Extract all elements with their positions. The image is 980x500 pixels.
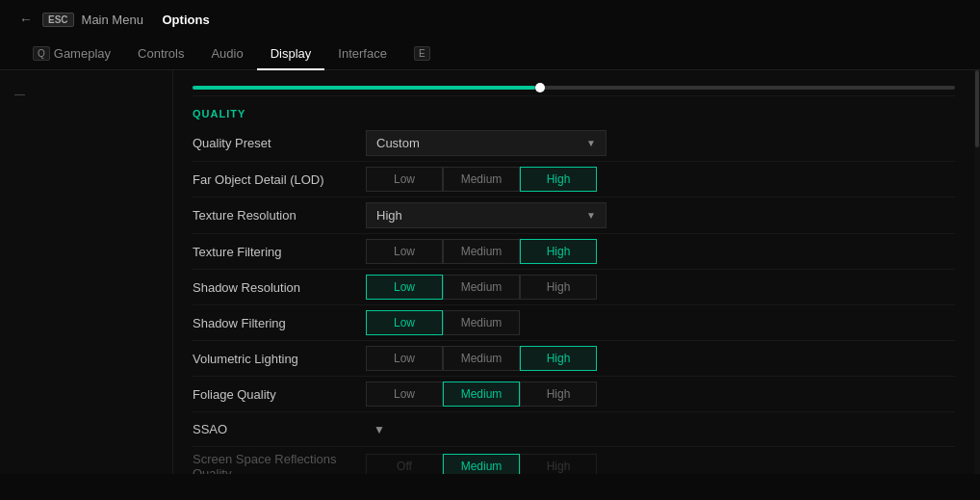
- setting-name-quality-preset: Quality Preset: [193, 136, 366, 150]
- setting-row-shadow-res: Shadow Resolution Low Medium High: [193, 270, 955, 305]
- setting-row-shadow-filtering: Shadow Filtering Low Medium: [193, 305, 955, 341]
- lod-btn-high[interactable]: High: [520, 167, 597, 192]
- setting-control-texture-res: High ▼: [366, 202, 955, 228]
- tf-btn-low[interactable]: Low: [366, 239, 443, 264]
- tab-display-label: Display: [271, 46, 312, 61]
- fq-btn-high[interactable]: High: [520, 382, 597, 407]
- tab-e[interactable]: E: [400, 39, 448, 70]
- ssr-btn-group: Off Medium High: [366, 454, 597, 474]
- dropdown-arrow-icon: ▼: [586, 138, 596, 148]
- tab-key-q: Q: [33, 46, 50, 61]
- sf-btn-medium[interactable]: Medium: [443, 310, 520, 335]
- ssao-chevron-icon[interactable]: ▼: [374, 423, 385, 436]
- setting-name-volumetric: Volumetric Lighting: [193, 352, 366, 366]
- setting-control-lod: Low Medium High: [366, 167, 955, 192]
- sf-btn-low[interactable]: Low: [366, 310, 443, 335]
- top-bar: ← ESC Main Menu Options: [0, 0, 980, 39]
- texture-res-value: High: [376, 208, 402, 223]
- quality-section-label: QUALITY: [193, 100, 955, 125]
- sr-btn-medium[interactable]: Medium: [443, 275, 520, 300]
- foliage-btn-group: Low Medium High: [366, 382, 597, 407]
- left-panel: —: [0, 70, 173, 474]
- setting-row-ssao: SSAO ▼: [193, 412, 955, 447]
- setting-row-quality-preset: Quality Preset Custom ▼: [193, 125, 955, 162]
- setting-name-shadow-filtering: Shadow Filtering: [193, 316, 366, 330]
- tf-btn-medium[interactable]: Medium: [443, 239, 520, 264]
- volumetric-btn-group: Low Medium High: [366, 346, 597, 371]
- vl-btn-low[interactable]: Low: [366, 346, 443, 371]
- content-area: — QUALITY Quality Preset Custom ▼ Fa: [0, 70, 980, 474]
- tab-controls-label: Controls: [138, 46, 184, 61]
- main-menu-link[interactable]: Main Menu: [82, 13, 143, 27]
- slider-thumb[interactable]: [535, 83, 545, 92]
- setting-row-volumetric: Volumetric Lighting Low Medium High: [193, 341, 955, 377]
- tab-gameplay-label: Gameplay: [54, 46, 111, 61]
- left-panel-item: —: [0, 80, 172, 107]
- ssr-btn-medium: Medium: [443, 454, 520, 474]
- quality-preset-dropdown[interactable]: Custom ▼: [366, 130, 606, 156]
- setting-control-ssr: Off Medium High: [366, 454, 955, 474]
- lod-btn-medium[interactable]: Medium: [443, 167, 520, 192]
- setting-name-texture-res: Texture Resolution: [193, 208, 366, 223]
- setting-control-volumetric: Low Medium High: [366, 346, 955, 371]
- setting-name-foliage: Foliage Quality: [193, 387, 366, 402]
- tab-bar: Q Gameplay Controls Audio Display Interf…: [0, 39, 980, 70]
- breadcrumb-separator: [151, 13, 155, 27]
- options-title: Options: [163, 13, 210, 27]
- tab-interface[interactable]: Interface: [324, 39, 400, 70]
- scrollbar-thumb[interactable]: [975, 70, 979, 147]
- dropdown-arrow-icon-2: ▼: [586, 210, 596, 221]
- ssr-btn-high: High: [520, 454, 597, 474]
- back-arrow-icon[interactable]: ←: [19, 12, 33, 27]
- tf-btn-high[interactable]: High: [520, 239, 597, 264]
- fq-btn-low[interactable]: Low: [366, 382, 443, 407]
- setting-name-shadow-res: Shadow Resolution: [193, 280, 366, 295]
- setting-control-texture-filtering: Low Medium High: [366, 239, 955, 264]
- slider-track[interactable]: [193, 86, 955, 90]
- setting-name-texture-filtering: Texture Filtering: [193, 245, 366, 259]
- setting-control-quality-preset: Custom ▼: [366, 130, 955, 156]
- main-settings-panel: QUALITY Quality Preset Custom ▼ Far Obje…: [173, 70, 974, 474]
- setting-row-lod: Far Object Detail (LOD) Low Medium High: [193, 162, 955, 197]
- setting-name-lod: Far Object Detail (LOD): [193, 172, 366, 187]
- esc-badge[interactable]: ESC: [42, 13, 74, 27]
- tab-audio[interactable]: Audio: [197, 39, 256, 70]
- tab-key-e: E: [414, 46, 430, 61]
- tab-gameplay[interactable]: Q Gameplay: [19, 39, 124, 70]
- sr-btn-low[interactable]: Low: [366, 275, 443, 300]
- quality-preset-value: Custom: [376, 136, 420, 150]
- tab-display[interactable]: Display: [257, 39, 325, 70]
- tab-controls[interactable]: Controls: [124, 39, 197, 70]
- setting-row-foliage: Foliage Quality Low Medium High: [193, 377, 955, 412]
- lod-btn-low[interactable]: Low: [366, 167, 443, 192]
- setting-row-ssr: Screen Space Reflections Quality Off Med…: [193, 447, 955, 474]
- setting-control-foliage: Low Medium High: [366, 382, 955, 407]
- shadow-res-btn-group: Low Medium High: [366, 275, 597, 300]
- lod-btn-group: Low Medium High: [366, 167, 597, 192]
- slider-row[interactable]: [193, 80, 955, 96]
- vl-btn-medium[interactable]: Medium: [443, 346, 520, 371]
- tab-audio-label: Audio: [211, 46, 243, 61]
- setting-row-texture-filtering: Texture Filtering Low Medium High: [193, 234, 955, 270]
- tab-interface-label: Interface: [338, 46, 387, 61]
- slider-fill: [193, 86, 535, 90]
- texture-res-dropdown[interactable]: High ▼: [366, 202, 606, 228]
- fq-btn-medium[interactable]: Medium: [443, 382, 520, 407]
- shadow-filtering-btn-group: Low Medium: [366, 310, 520, 335]
- setting-control-shadow-filtering: Low Medium: [366, 310, 955, 335]
- vl-btn-high[interactable]: High: [520, 346, 597, 371]
- setting-control-shadow-res: Low Medium High: [366, 275, 955, 300]
- sr-btn-high[interactable]: High: [520, 275, 597, 300]
- ssr-btn-off: Off: [366, 454, 443, 474]
- setting-name-ssr: Screen Space Reflections Quality: [193, 452, 366, 474]
- texture-filtering-btn-group: Low Medium High: [366, 239, 597, 264]
- scrollbar[interactable]: [974, 70, 980, 474]
- setting-row-texture-res: Texture Resolution High ▼: [193, 197, 955, 234]
- setting-name-ssao: SSAO: [193, 422, 366, 436]
